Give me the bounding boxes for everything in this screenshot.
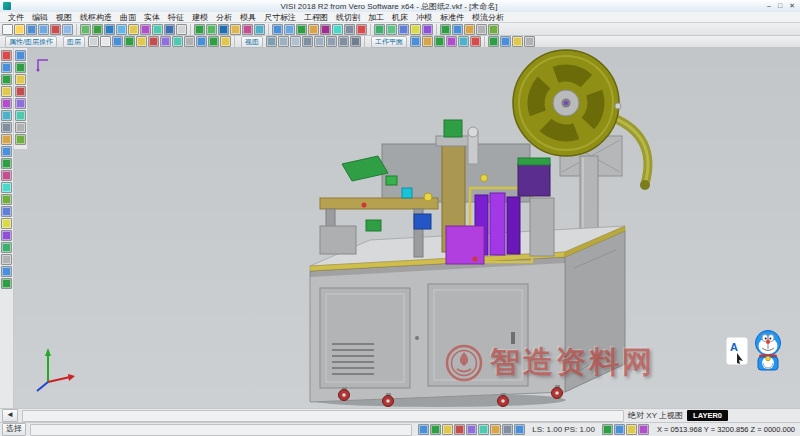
toolbar-icon[interactable] [422,36,433,47]
toolbar-icon[interactable] [194,24,205,35]
toolbar-icon[interactable] [88,36,99,47]
toolbar-icon[interactable] [514,424,525,435]
toolbar-icon[interactable] [112,36,123,47]
menu-item[interactable]: 线框构造 [76,12,116,23]
menu-item[interactable]: 曲面 [116,12,140,23]
toolbar-icon[interactable] [410,24,421,35]
menu-item[interactable]: 冲模 [412,12,436,23]
toolbar-icon[interactable] [326,36,337,47]
toolbar-icon[interactable] [350,36,361,47]
minimize-button[interactable]: – [767,1,771,11]
toolbar-icon[interactable] [284,24,295,35]
toolbar-icon[interactable] [1,146,12,157]
toolbar-icon[interactable] [1,230,12,241]
toolbar-icon[interactable] [1,134,12,145]
menu-item[interactable]: 编辑 [28,12,52,23]
toolbar-icon[interactable] [184,36,195,47]
toolbar-icon[interactable] [470,36,481,47]
menu-item[interactable]: 标准件 [436,12,468,23]
toolbar-icon[interactable] [442,424,453,435]
menu-item[interactable]: 加工 [364,12,388,23]
toolbar-icon[interactable] [512,36,523,47]
toolbar-icon[interactable] [2,24,13,35]
toolbar-icon[interactable] [148,36,159,47]
toolbar-icon[interactable] [476,24,487,35]
toolbar-icon[interactable] [15,110,26,121]
menu-item[interactable]: 线切割 [332,12,364,23]
toolbar-icon[interactable] [314,36,325,47]
toolbar-icon[interactable] [374,24,385,35]
menu-item[interactable]: 视图 [52,12,76,23]
toolbar-icon[interactable] [152,24,163,35]
maximize-button[interactable]: □ [778,1,782,11]
toolbar-icon[interactable] [176,24,187,35]
toolbar-icon[interactable] [15,74,26,85]
toolbar-icon[interactable] [320,24,331,35]
toolbar-icon[interactable] [14,24,25,35]
toolbar-icon[interactable] [1,170,12,181]
toolbar-icon[interactable] [454,424,465,435]
toolbar-icon[interactable] [208,36,219,47]
toolbar-icon[interactable] [440,24,451,35]
menu-item[interactable]: 尺寸标注 [260,12,300,23]
active-layer-badge[interactable]: LAYER0 [687,410,728,421]
toolbar-icon[interactable] [50,24,61,35]
selection-mode-button[interactable]: 选择 [2,423,26,436]
toolbar-icon[interactable] [356,24,367,35]
menu-item[interactable]: 工程图 [300,12,332,23]
toolbar-icon[interactable] [1,242,12,253]
toolbar-icon[interactable] [1,158,12,169]
toolbar-icon[interactable] [1,110,12,121]
toolbar-icon[interactable] [464,24,475,35]
toolbar-icon[interactable] [164,24,175,35]
toolbar-icon[interactable] [638,424,649,435]
toolbar-icon[interactable] [602,424,613,435]
menu-item[interactable]: 模流分析 [468,12,508,23]
toolbar-icon[interactable] [172,36,183,47]
menu-item[interactable]: 分析 [212,12,236,23]
toolbar-icon[interactable] [1,206,12,217]
toolbar-icon[interactable] [1,182,12,193]
toolbar-icon[interactable] [434,36,445,47]
toolbar-icon[interactable] [410,36,421,47]
toolbar-icon[interactable] [430,424,441,435]
toolbar-icon[interactable] [15,134,26,145]
toolbar-icon[interactable] [1,194,12,205]
toolbar-icon[interactable] [488,24,499,35]
toolbar-icon[interactable] [1,50,12,61]
toolbar-icon[interactable] [160,36,171,47]
toolbar-icon[interactable] [488,36,499,47]
toolbar-icon[interactable] [1,278,12,289]
history-back-button[interactable]: ◄ [2,409,18,422]
toolbar-icon[interactable] [116,24,127,35]
toolbar-icon[interactable] [128,24,139,35]
toolbar-icon[interactable] [446,36,457,47]
toolbar-icon[interactable] [104,24,115,35]
toolbar-icon[interactable] [80,24,91,35]
toolbar-icon[interactable] [1,254,12,265]
toolbar-icon[interactable] [308,24,319,35]
menu-item[interactable]: 模具 [236,12,260,23]
toolbar-icon[interactable] [15,86,26,97]
toolbar-icon[interactable] [62,24,73,35]
toolbar-icon[interactable] [220,36,231,47]
toolbar-icon[interactable] [626,424,637,435]
toolbar-icon[interactable] [15,98,26,109]
toolbar-icon[interactable] [1,218,12,229]
menu-item[interactable]: 文件 [4,12,28,23]
toolbar-icon[interactable] [206,24,217,35]
menu-item[interactable]: 特征 [164,12,188,23]
toolbar-icon[interactable] [92,24,103,35]
close-button[interactable]: ✕ [789,1,795,11]
toolbar-icon[interactable] [1,122,12,133]
toolbar-icon[interactable] [230,24,241,35]
toolbar-icon[interactable] [398,24,409,35]
toolbar-icon[interactable] [302,36,313,47]
toolbar-icon[interactable] [296,24,307,35]
menu-item[interactable]: 实体 [140,12,164,23]
toolbar-icon[interactable] [332,24,343,35]
toolbar-icon[interactable] [466,424,477,435]
toolbar-icon[interactable] [524,36,535,47]
toolbar-icon[interactable] [218,24,229,35]
toolbar-icon[interactable] [422,24,433,35]
